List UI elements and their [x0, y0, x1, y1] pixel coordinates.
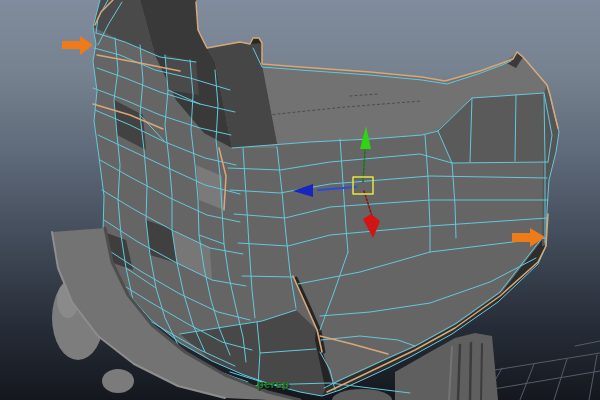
base-mesh-bump: [102, 369, 134, 393]
column-groove: [470, 343, 471, 400]
grid-line: [575, 341, 600, 346]
mesh-facet-right-sliver: [541, 85, 559, 246]
annotation-arrow-left: [62, 36, 93, 55]
camera-label: persp: [257, 378, 289, 390]
viewport-canvas[interactable]: [0, 0, 600, 400]
grid-line: [554, 359, 567, 400]
base-mesh-bump-bottom: [332, 389, 392, 400]
3d-viewport[interactable]: persp: [0, 0, 600, 400]
column-groove: [481, 344, 482, 400]
grid-line: [589, 355, 597, 400]
